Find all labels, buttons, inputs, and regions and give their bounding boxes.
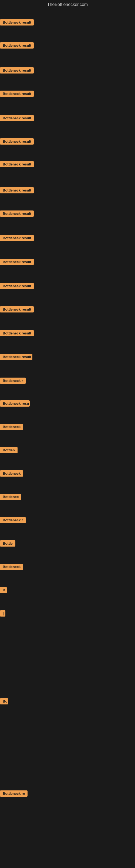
bottleneck-result-item: Bottleneck result bbox=[0, 354, 32, 361]
bottleneck-result-item: B bbox=[0, 587, 7, 594]
bottleneck-result-item: Bottleneck bbox=[0, 424, 23, 431]
bottleneck-badge[interactable]: Bottleneck r bbox=[0, 378, 26, 384]
bottleneck-badge[interactable]: Bottleneck result bbox=[0, 235, 34, 241]
bottleneck-result-item: Bottleneck result bbox=[0, 187, 34, 194]
bottleneck-result-item: Bottleneck result bbox=[0, 138, 34, 146]
bottleneck-badge[interactable]: Bottleneck result bbox=[0, 306, 34, 312]
bottleneck-result-item: Bottlen bbox=[0, 447, 17, 454]
bottleneck-result-item: Bottlenec bbox=[0, 494, 21, 501]
bottleneck-result-item: Bottleneck result bbox=[0, 91, 34, 98]
bottleneck-badge[interactable]: B bbox=[0, 587, 7, 593]
bottleneck-result-item: Bottleneck result bbox=[0, 161, 34, 168]
bottleneck-badge[interactable]: Bottleneck result bbox=[0, 138, 34, 145]
bottleneck-badge[interactable]: Bottleneck result bbox=[0, 67, 34, 73]
bottleneck-badge[interactable]: Bottleneck result bbox=[0, 259, 34, 265]
bottleneck-badge[interactable]: Bottleneck result bbox=[0, 161, 34, 167]
bottleneck-result-item: Bottleneck result bbox=[0, 306, 34, 314]
bottleneck-result-item: Bottle bbox=[0, 540, 15, 548]
bottleneck-result-item: Bottleneck result bbox=[0, 259, 34, 266]
bottleneck-badge[interactable]: Bottleneck result bbox=[0, 187, 34, 193]
bottleneck-result-item: Bottleneck result bbox=[0, 19, 34, 27]
bottleneck-badge[interactable]: Bottleneck bbox=[0, 564, 23, 570]
bottleneck-badge[interactable]: Bottleneck r bbox=[0, 517, 26, 523]
bottleneck-result-item: Bottleneck result bbox=[0, 67, 34, 74]
bottleneck-badge[interactable]: Bottleneck result bbox=[0, 211, 34, 217]
bottleneck-result-item: Bottleneck resu bbox=[0, 400, 30, 408]
bottleneck-result-item: Bottleneck result bbox=[0, 330, 34, 337]
bottleneck-badge[interactable]: Bottleneck result bbox=[0, 91, 34, 97]
bottleneck-badge[interactable]: Bottleneck result bbox=[0, 19, 34, 26]
bottleneck-badge[interactable]: Bottleneck result bbox=[0, 330, 34, 336]
bottleneck-badge[interactable]: Bottleneck resu bbox=[0, 400, 30, 407]
bottleneck-badge[interactable]: Bo bbox=[0, 698, 8, 705]
bottleneck-result-item: Bottleneck bbox=[0, 564, 23, 571]
bottleneck-badge[interactable]: Bottleneck result bbox=[0, 42, 34, 49]
bottleneck-result-item: Bottleneck bbox=[0, 470, 23, 478]
bottleneck-result-item: Bottleneck r bbox=[0, 378, 26, 385]
bottleneck-result-item: Bottleneck re bbox=[0, 790, 28, 798]
bottleneck-badge[interactable]: Bottleneck result bbox=[0, 354, 32, 360]
site-title: TheBottlenecker.com bbox=[0, 0, 135, 9]
bottleneck-badge[interactable]: Bottle bbox=[0, 540, 15, 547]
bottleneck-result-item: Bottleneck result bbox=[0, 283, 34, 290]
bottleneck-result-item: Bottleneck result bbox=[0, 42, 34, 50]
bottleneck-result-item: Bottleneck result bbox=[0, 211, 34, 218]
bottleneck-result-item: | bbox=[0, 610, 5, 618]
bottleneck-badge[interactable]: | bbox=[0, 610, 5, 617]
bottleneck-badge[interactable]: Bottleneck re bbox=[0, 790, 28, 797]
bottleneck-badge[interactable]: Bottlenec bbox=[0, 494, 21, 500]
bottleneck-badge[interactable]: Bottleneck bbox=[0, 470, 23, 476]
bottleneck-badge[interactable]: Bottleneck result bbox=[0, 283, 34, 289]
bottleneck-badge[interactable]: Bottleneck result bbox=[0, 115, 34, 121]
bottleneck-result-item: Bottleneck r bbox=[0, 517, 26, 524]
bottleneck-result-item: Bottleneck result bbox=[0, 115, 34, 122]
bottleneck-result-item: Bo bbox=[0, 698, 8, 706]
bottleneck-result-item: Bottleneck result bbox=[0, 235, 34, 242]
bottleneck-badge[interactable]: Bottlen bbox=[0, 447, 17, 453]
bottleneck-badge[interactable]: Bottleneck bbox=[0, 424, 23, 430]
